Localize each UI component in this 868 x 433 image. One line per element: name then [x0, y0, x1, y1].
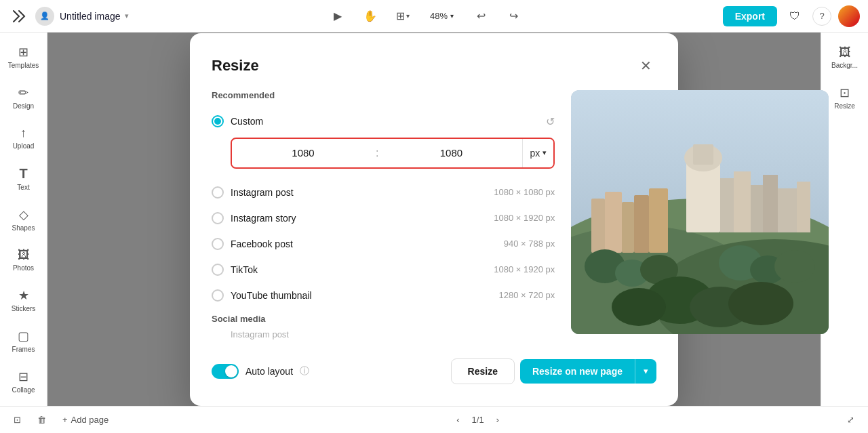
design-icon: ✏: [18, 85, 28, 100]
sidebar-item-collage[interactable]: ⊟ Collage: [5, 363, 43, 400]
stickers-icon: ★: [18, 288, 29, 303]
collage-icon: ⊟: [18, 369, 28, 384]
sidebar-item-stickers[interactable]: ★ Stickers: [5, 281, 43, 319]
unit-selector[interactable]: px ▾: [522, 139, 553, 167]
svg-rect-8: [649, 188, 668, 253]
delete-page-button[interactable]: 🗑: [32, 412, 52, 428]
resize-button[interactable]: Resize: [451, 358, 515, 384]
modal-overlay: Resize ✕ Recommended Custom: [47, 33, 821, 406]
templates-icon: ⊞: [18, 45, 28, 60]
file-name: Untitled image: [60, 11, 121, 22]
custom-radio-circle[interactable]: [212, 115, 224, 127]
sidebar-item-shapes[interactable]: ◇ Shapes: [5, 201, 43, 239]
auto-layout-info-icon[interactable]: ⓘ: [300, 365, 309, 377]
svg-rect-14: [751, 185, 763, 232]
help-button[interactable]: ?: [812, 7, 831, 26]
facebook-post-dims: 940 × 788 px: [504, 239, 555, 249]
background-panel-icon: 🖼: [839, 45, 851, 60]
play-button[interactable]: ▶: [327, 5, 349, 27]
tiktok-dims: 1080 × 1920 px: [494, 264, 555, 274]
youtube-radio[interactable]: [212, 289, 224, 302]
page-indicator: 1/1: [472, 415, 484, 425]
shapes-icon: ◇: [19, 207, 28, 222]
resize-on-new-page-button[interactable]: Resize on new page: [520, 359, 635, 384]
instagram-story-radio[interactable]: [212, 212, 224, 224]
instagram-post-option[interactable]: Instagram post 1080 × 1080 px: [212, 180, 555, 205]
auto-layout-control: Auto layout ⓘ: [212, 364, 309, 379]
upload-icon: ↑: [20, 126, 26, 140]
total-pages: 1: [479, 415, 484, 425]
height-input[interactable]: [380, 140, 522, 165]
file-avatar-icon: 👤: [35, 7, 54, 26]
social-media-sub: Instagram post: [212, 327, 555, 342]
youtube-label: YouTube thumbnail: [231, 290, 312, 301]
main-layout: ⊞ Templates ✏ Design ↑ Upload T Text ◇ S…: [0, 33, 868, 406]
custom-option[interactable]: Custom ↺: [212, 108, 555, 135]
sidebar-item-text[interactable]: T Text: [5, 160, 43, 198]
add-page-label: Add page: [71, 415, 109, 425]
canvas-area[interactable]: Resize ✕ Recommended Custom: [47, 33, 821, 406]
sidebar-item-frames[interactable]: ▢ Frames: [5, 322, 43, 360]
svg-rect-13: [734, 171, 751, 232]
file-name-area[interactable]: Untitled image ▾: [60, 11, 129, 22]
instagram-post-dims: 1080 × 1080 px: [494, 187, 555, 197]
sidebar-item-photos[interactable]: 🖼 Photos: [5, 241, 43, 279]
resize-modal: Resize ✕ Recommended Custom: [190, 33, 678, 406]
hand-tool-button[interactable]: ✋: [359, 5, 381, 27]
facebook-post-radio[interactable]: [212, 238, 224, 250]
add-page-plus-icon: +: [62, 415, 68, 425]
current-page: 1: [472, 415, 477, 425]
youtube-dims: 1280 × 720 px: [498, 290, 555, 300]
prev-page-button[interactable]: ‹: [450, 412, 467, 428]
width-input[interactable]: [232, 140, 374, 165]
right-panel-background[interactable]: 🖼 Backgr...: [826, 38, 864, 76]
zoom-control[interactable]: 48% ▾: [425, 8, 459, 24]
sidebar-item-design[interactable]: ✏ Design: [5, 79, 43, 117]
topbar-right: Export 🛡 ?: [723, 5, 860, 27]
sidebar-item-shapes-label: Shapes: [12, 224, 35, 232]
facebook-post-label: Facebook post: [231, 239, 293, 249]
copy-page-button[interactable]: ⊡: [8, 412, 26, 428]
undo-button[interactable]: ↩: [470, 5, 492, 27]
svg-rect-16: [778, 188, 797, 232]
custom-reset-icon[interactable]: ↺: [546, 115, 555, 128]
resize-new-page-group: Resize on new page ▾: [520, 359, 656, 384]
instagram-story-label: Instagram story: [231, 213, 296, 224]
expand-button[interactable]: ⤢: [842, 412, 860, 428]
shield-button[interactable]: 🛡: [784, 5, 806, 27]
add-page-button[interactable]: + Add page: [57, 412, 114, 428]
sidebar-item-templates[interactable]: ⊞ Templates: [5, 38, 43, 76]
tiktok-option[interactable]: TikTok 1080 × 1920 px: [212, 257, 555, 283]
sidebar-item-photos-label: Photos: [13, 264, 34, 272]
sidebar-item-upload[interactable]: ↑ Upload: [5, 119, 43, 157]
social-media-section: Social media Instagram post: [212, 314, 555, 342]
instagram-post-radio[interactable]: [212, 186, 224, 199]
resize-chevron-button[interactable]: ▾: [635, 359, 656, 384]
profile-avatar[interactable]: [838, 5, 860, 27]
svg-rect-12: [720, 178, 734, 232]
auto-layout-toggle[interactable]: [212, 364, 239, 379]
sidebar-item-upload-label: Upload: [13, 142, 35, 150]
layout-button[interactable]: ⊞ ▾: [392, 5, 414, 27]
modal-close-button[interactable]: ✕: [635, 55, 656, 77]
custom-option-label: Custom: [231, 116, 263, 127]
zoom-chevron: ▾: [450, 12, 454, 20]
redo-button[interactable]: ↪: [502, 5, 524, 27]
photos-icon: 🖼: [18, 248, 30, 262]
modal-body: Recommended Custom ↺ :: [212, 90, 656, 342]
export-button[interactable]: Export: [723, 6, 777, 26]
svg-rect-6: [622, 202, 634, 253]
next-page-button[interactable]: ›: [490, 412, 506, 428]
tiktok-radio[interactable]: [212, 264, 224, 276]
modal-header: Resize ✕: [212, 55, 656, 77]
modal-right-panel: [571, 90, 829, 342]
facebook-post-option[interactable]: Facebook post 940 × 788 px: [212, 231, 555, 257]
resize-panel-icon: ⊡: [840, 85, 850, 100]
svg-point-23: [774, 250, 815, 283]
size-divider: :: [374, 147, 380, 159]
app-logo[interactable]: [8, 5, 30, 27]
instagram-story-option[interactable]: Instagram story 1080 × 1920 px: [212, 205, 555, 231]
right-panel-resize[interactable]: ⊡ Resize: [826, 79, 864, 117]
auto-layout-label: Auto layout: [245, 366, 293, 377]
youtube-option[interactable]: YouTube thumbnail 1280 × 720 px: [212, 283, 555, 308]
